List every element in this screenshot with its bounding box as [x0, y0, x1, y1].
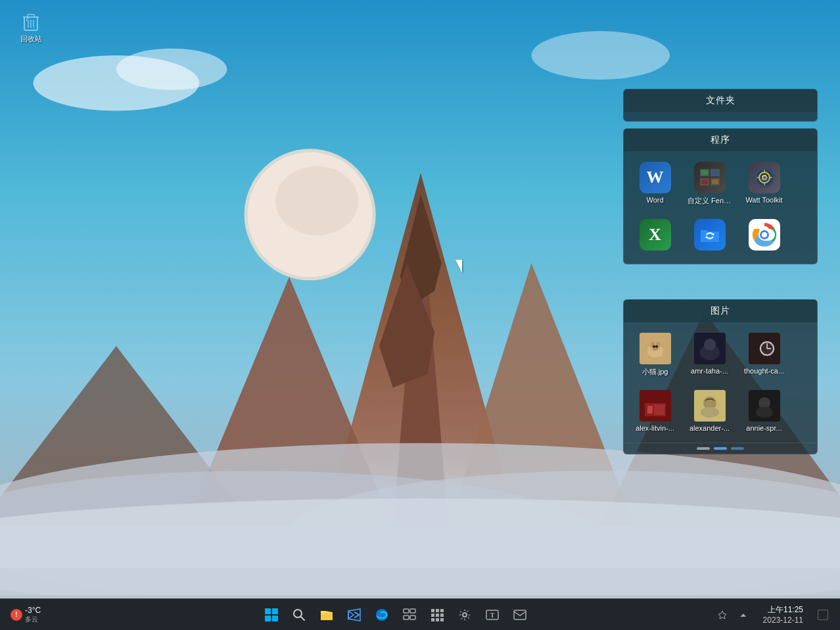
vscode-button[interactable]: [341, 602, 367, 628]
svg-rect-24: [28, 14, 34, 17]
photo-thumb-alexl: [640, 390, 671, 422]
photo-thumb-thought: [749, 333, 780, 364]
fence-photo-annie[interactable]: annie-spr...: [739, 386, 789, 436]
svg-rect-86: [431, 618, 434, 621]
svg-rect-34: [701, 180, 708, 184]
svg-point-51: [655, 345, 658, 348]
file-explorer-button[interactable]: [314, 602, 340, 628]
taskbar-center: T: [79, 602, 713, 628]
recycle-bin-image: [18, 8, 44, 34]
edge-button[interactable]: [369, 602, 395, 628]
fence-programs-title: 程序: [624, 129, 817, 151]
fence-pictures: 图片 小猫.jpg: [623, 299, 818, 454]
svg-rect-87: [436, 618, 439, 621]
temperature: -3°C: [25, 606, 41, 615]
search-button[interactable]: [286, 602, 312, 628]
recycle-bin-label: 回收站: [20, 34, 42, 44]
weather-info: -3°C 多云: [25, 606, 41, 624]
svg-rect-85: [440, 614, 444, 617]
scroll-dot-2[interactable]: [714, 447, 727, 450]
fence-item-fences[interactable]: 自定义 Fences: [685, 158, 734, 210]
svg-rect-71: [272, 608, 278, 614]
svg-rect-62: [647, 406, 653, 414]
svg-rect-73: [272, 616, 278, 621]
desktop: 回收站 文件夹 程序 W Word: [0, 0, 840, 630]
datetime-display[interactable]: 上午11:25 2023-12-11: [758, 602, 808, 627]
excel-app-icon: X: [640, 219, 671, 251]
grid-button[interactable]: [424, 602, 450, 628]
photo-amr-label: amr-taha-...: [688, 367, 732, 375]
fence-item-excel[interactable]: X: [630, 215, 680, 257]
watt-label: Watt Toolkit: [742, 196, 786, 204]
typora-button[interactable]: T: [479, 602, 505, 628]
fence-programs: 程序 W Word: [623, 128, 818, 264]
fence-item-folder[interactable]: [685, 215, 734, 257]
fence-photo-cat[interactable]: 小猫.jpg: [630, 329, 680, 381]
weather-widget[interactable]: ! -3°C 多云: [5, 603, 46, 627]
svg-rect-92: [514, 610, 526, 619]
svg-rect-63: [654, 404, 665, 415]
settings-button[interactable]: [452, 602, 478, 628]
svg-point-3: [531, 31, 670, 80]
email-button[interactable]: [507, 602, 533, 628]
fence-photo-thought[interactable]: thought-ca...: [739, 329, 789, 381]
svg-point-89: [463, 613, 467, 617]
photo-thumb-annie: [749, 390, 780, 422]
show-desktop-button[interactable]: [814, 606, 832, 624]
fence-photo-alexl[interactable]: alex-litvin-...: [630, 386, 680, 436]
svg-rect-82: [440, 609, 444, 612]
fence-item-word[interactable]: W Word: [630, 158, 680, 210]
svg-rect-84: [436, 614, 439, 617]
svg-point-66: [701, 407, 719, 418]
fence-item-watt[interactable]: Watt Toolkit: [739, 158, 789, 210]
show-desktop-icon: [818, 610, 828, 620]
folder-app-icon: [694, 219, 726, 251]
photo-annie-label: annie-spr...: [742, 424, 786, 432]
tray-icon-2[interactable]: ⏶: [734, 606, 753, 624]
photo-alexl-label: alex-litvin-...: [633, 424, 677, 432]
fence-photo-amr[interactable]: amr-taha-...: [685, 329, 734, 381]
svg-rect-81: [436, 609, 439, 612]
system-tray: ⏶: [713, 606, 753, 624]
svg-rect-33: [712, 170, 718, 175]
svg-rect-79: [410, 616, 415, 619]
date-display: 2023-12-11: [763, 616, 803, 625]
photo-thought-label: thought-ca...: [742, 367, 786, 375]
svg-rect-83: [431, 614, 434, 617]
taskbar-left: ! -3°C 多云: [0, 603, 79, 627]
fences-app-icon: [694, 162, 726, 193]
scroll-dot-1[interactable]: [697, 447, 710, 450]
photo-thumb-cat: [640, 333, 671, 364]
start-button[interactable]: [258, 602, 285, 628]
svg-rect-88: [440, 618, 444, 621]
svg-point-54: [704, 339, 716, 351]
word-label: Word: [633, 196, 677, 204]
svg-rect-78: [404, 616, 409, 619]
fences-label: 自定义 Fences: [688, 196, 732, 206]
recycle-bin-icon[interactable]: 回收站: [8, 5, 54, 47]
svg-point-50: [653, 345, 655, 348]
tray-icon-1[interactable]: [713, 606, 732, 624]
svg-rect-76: [404, 609, 409, 613]
svg-point-7: [275, 166, 358, 235]
fences-taskbar-button[interactable]: [396, 602, 423, 628]
fence-programs-content: W Word 自定义: [624, 151, 817, 264]
svg-text:T: T: [490, 612, 495, 619]
fence-folder: 文件夹: [623, 89, 818, 122]
photo-thumb-amr: [694, 333, 726, 364]
fence-folder-content: [624, 112, 817, 120]
fence-pictures-content: 小猫.jpg amr-taha-...: [624, 322, 817, 443]
svg-point-44: [762, 232, 767, 237]
fence-item-chrome[interactable]: [739, 215, 789, 257]
photo-cat-label: 小猫.jpg: [633, 367, 677, 377]
scroll-dot-3[interactable]: [731, 447, 744, 450]
taskbar: ! -3°C 多云: [0, 598, 840, 630]
watt-app-icon: [749, 162, 780, 193]
fence-photo-alexander[interactable]: alexander-...: [685, 386, 734, 436]
chrome-app-icon: [749, 219, 780, 251]
photo-alexander-label: alexander-...: [688, 424, 732, 432]
word-app-icon: W: [640, 162, 671, 193]
taskbar-right: ⏶ 上午11:25 2023-12-11: [713, 602, 840, 627]
svg-point-69: [756, 407, 773, 418]
photo-thumb-alexander: [694, 390, 726, 422]
